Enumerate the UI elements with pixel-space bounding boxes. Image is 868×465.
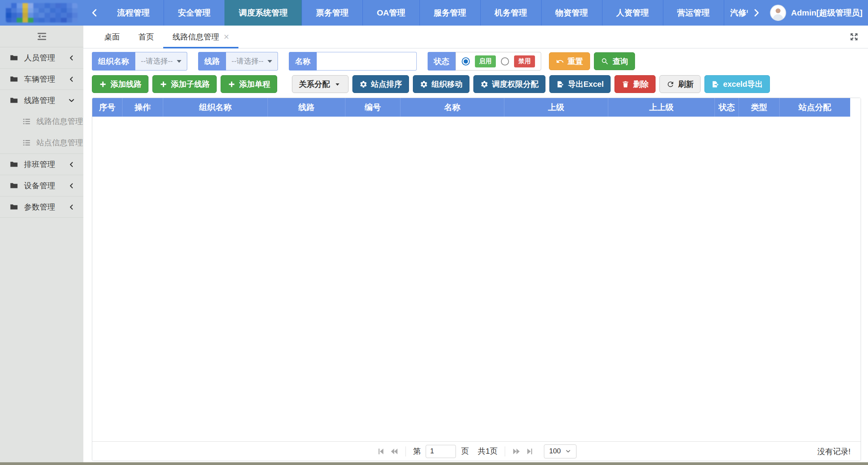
column-header-9: 状态	[715, 98, 739, 117]
nav-item-4[interactable]: 票务管理	[302, 0, 362, 26]
gear-icon	[480, 80, 488, 88]
toolbar-button-8[interactable]: 导出Excel	[549, 75, 611, 93]
nav-item-label: 调度系统管理	[239, 7, 288, 18]
toolbar-button-label: 添加子线路	[171, 79, 210, 90]
nav-item-6[interactable]: 服务管理	[419, 0, 480, 26]
sidebar-item-5[interactable]: 设备管理	[0, 175, 83, 196]
toolbar-button-9[interactable]: 删除	[614, 75, 656, 93]
window-bottom-edge	[0, 462, 868, 465]
nav-item-5[interactable]: OA管理	[362, 0, 419, 26]
name-filter-label: 名称	[289, 52, 317, 71]
column-header-5: 编号	[345, 98, 400, 117]
line-select[interactable]: --请选择--	[226, 52, 278, 71]
toolbar-button-10[interactable]: 刷新	[659, 75, 701, 93]
toolbar-button-4[interactable]: 关系分配	[292, 75, 349, 93]
caret-down-icon	[333, 80, 342, 88]
tab-close-icon[interactable]: ×	[224, 32, 229, 41]
toolbar-button-label: 添加单程	[239, 79, 270, 90]
action-toolbar: 添加线路添加子线路添加单程关系分配站点排序组织移动调度权限分配导出Excel删除…	[92, 75, 861, 93]
nav-scroll-right-icon[interactable]	[748, 7, 765, 19]
nav-item-3[interactable]: 调度系统管理	[224, 0, 302, 26]
sidebar-item-label: 排班管理	[24, 159, 68, 170]
page-prev-icon[interactable]	[390, 447, 399, 456]
column-header-2: 操作	[123, 98, 163, 117]
sidebar-item-4[interactable]: 排班管理	[0, 154, 83, 175]
folder-icon	[10, 181, 18, 190]
nav-item-7[interactable]: 机务管理	[480, 0, 541, 26]
nav-item-label: 安全管理	[178, 7, 211, 18]
status-radio-enabled[interactable]	[462, 57, 470, 65]
nav-item-label: 票务管理	[316, 7, 349, 18]
nav-item-1[interactable]: 流程管理	[103, 0, 164, 26]
sidebar-group: 车辆管理	[0, 69, 83, 90]
toolbar-button-label: 关系分配	[299, 79, 330, 90]
sidebar-group: 人员管理	[0, 47, 83, 69]
toolbar-button-1[interactable]: 添加线路	[92, 75, 148, 93]
chevron-left-icon	[68, 161, 75, 168]
folder-icon	[10, 75, 18, 83]
page-number-input[interactable]	[426, 445, 456, 458]
gear-icon	[420, 80, 428, 88]
tab-bar: 桌面首页线路信息管理×	[83, 26, 868, 48]
toolbar-button-3[interactable]: 添加单程	[221, 75, 277, 93]
company-logo	[6, 3, 78, 22]
nav-item-11[interactable]: 汽修管理	[724, 0, 748, 26]
nav-item-9[interactable]: 人资管理	[602, 0, 663, 26]
status-options: 启用 禁用	[456, 52, 541, 71]
user-name[interactable]: Admin[超级管理员]	[791, 7, 863, 18]
nav-item-label: 流程管理	[117, 7, 150, 18]
sidebar-subitem-label: 线路信息管理	[36, 116, 83, 127]
status-radio-disabled[interactable]	[501, 57, 509, 65]
toolbar-button-11[interactable]: exceld导出	[704, 75, 770, 93]
nav-item-2[interactable]: 安全管理	[164, 0, 224, 26]
tab-2[interactable]: 首页	[129, 26, 163, 48]
sidebar-group: 排班管理	[0, 154, 83, 175]
app-window: 流程管理安全管理调度系统管理票务管理OA管理服务管理机务管理物资管理人资管理营运…	[0, 0, 868, 465]
name-input[interactable]	[317, 52, 417, 71]
nav-item-8[interactable]: 物资管理	[541, 0, 602, 26]
status-filter: 状态 启用 禁用	[428, 52, 541, 71]
page-first-icon[interactable]	[376, 447, 385, 456]
status-badge-enabled[interactable]: 启用	[475, 55, 496, 67]
toolbar-button-label: 导出Excel	[568, 79, 604, 90]
sidebar-item-3[interactable]: 线路管理	[0, 90, 83, 111]
sidebar-item-1[interactable]: 人员管理	[0, 47, 83, 68]
toolbar-button-6[interactable]: 组织移动	[413, 75, 469, 93]
toolbar-button-7[interactable]: 调度权限分配	[473, 75, 545, 93]
table-body	[92, 117, 861, 441]
nav-item-label: 汽修管理	[730, 7, 748, 18]
sidebar-subitem-1[interactable]: 线路信息管理	[0, 111, 83, 132]
toolbar-button-5[interactable]: 站点排序	[352, 75, 409, 93]
tab-1[interactable]: 桌面	[95, 26, 129, 48]
sidebar-item-2[interactable]: 车辆管理	[0, 69, 83, 90]
nav-scroll-left-icon[interactable]	[86, 0, 103, 26]
search-button-label: 查询	[613, 56, 628, 67]
sidebar-item-label: 设备管理	[24, 181, 68, 191]
sidebar-subitem-2[interactable]: 站点信息管理	[0, 132, 83, 153]
pagination-controls: 第 页 共1页 100	[376, 444, 576, 458]
pager-divider	[505, 446, 505, 456]
fullscreen-icon[interactable]	[849, 32, 859, 41]
org-filter-label: 组织名称	[92, 52, 135, 71]
reset-button[interactable]: 重置	[549, 52, 590, 70]
sidebar-item-label: 车辆管理	[24, 74, 68, 84]
sidebar-item-6[interactable]: 参数管理	[0, 196, 83, 217]
user-avatar[interactable]	[770, 4, 787, 21]
page-size-select[interactable]: 100	[544, 444, 576, 458]
table-header: 序号操作组织名称线路编号名称上级上上级状态类型站点分配	[92, 98, 861, 117]
page-next-icon[interactable]	[512, 447, 521, 456]
nav-item-10[interactable]: 营运管理	[663, 0, 724, 26]
search-button[interactable]: 查询	[594, 52, 635, 70]
status-badge-disabled[interactable]: 禁用	[514, 55, 535, 67]
chevron-down-icon	[565, 448, 571, 454]
sidebar-subitem-label: 站点信息管理	[36, 138, 83, 148]
org-select[interactable]: --请选择--	[135, 52, 187, 71]
toolbar-button-2[interactable]: 添加子线路	[152, 75, 217, 93]
sidebar-collapse-button[interactable]	[0, 26, 83, 47]
page-last-icon[interactable]	[526, 447, 534, 456]
toolbar-button-label: 刷新	[678, 79, 694, 90]
tab-3[interactable]: 线路信息管理×	[163, 26, 238, 48]
column-header-4: 线路	[268, 98, 345, 117]
trash-icon	[621, 80, 630, 88]
toolbar-button-label: 站点排序	[371, 79, 402, 90]
